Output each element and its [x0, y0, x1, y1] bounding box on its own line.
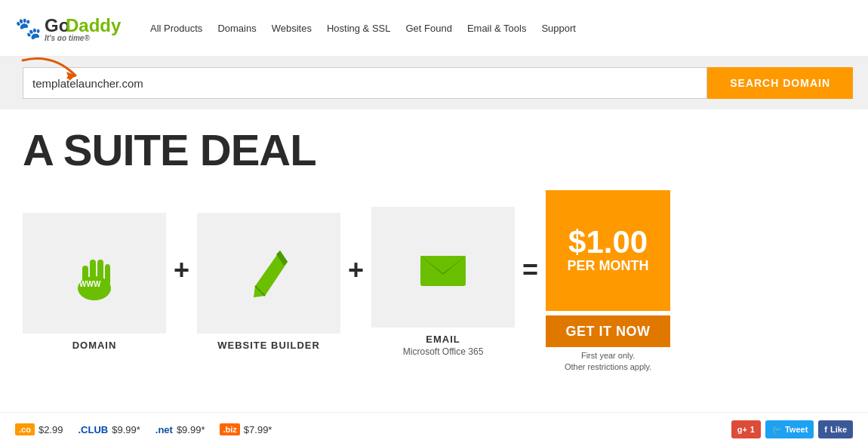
- google-plus-icon: g+: [737, 425, 747, 434]
- nav-get-found[interactable]: Get Found: [405, 23, 451, 34]
- domain-box: WWW: [23, 213, 166, 334]
- deal-item-email: EMAIL Microsoft Office 365: [371, 207, 515, 357]
- twitter-icon: 🐦: [771, 425, 782, 435]
- website-box: [197, 213, 340, 334]
- nav-email-tools[interactable]: Email & Tools: [467, 23, 527, 34]
- tweet-label: Tweet: [785, 425, 808, 434]
- search-bar-area: SEARCH DOMAIN: [0, 57, 868, 109]
- nav-websites[interactable]: Websites: [272, 23, 312, 34]
- website-label: WEBSITE BUILDER: [217, 340, 320, 351]
- plus-sign-2: +: [348, 254, 364, 286]
- svg-text:Daddy: Daddy: [66, 15, 122, 35]
- deal-row: WWW DOMAIN + WEBSITE BUILDER +: [23, 190, 845, 374]
- price-per: PER MONTH: [568, 258, 649, 275]
- tld-co: .co $2.99: [15, 423, 63, 435]
- arrow-decoration: [15, 49, 106, 94]
- header: 🐾 Go Daddy It's go time® All Products Do…: [0, 0, 868, 57]
- domain-search-input[interactable]: [23, 67, 707, 99]
- nav-support[interactable]: Support: [541, 23, 576, 34]
- facebook-label: Like: [830, 425, 847, 434]
- tld-net: .net $9.99*: [155, 424, 205, 435]
- plus-sign-1: +: [174, 254, 189, 286]
- main-content: A SUITE DEAL WWW DOMAIN +: [0, 109, 868, 381]
- domain-search-form: SEARCH DOMAIN: [23, 67, 853, 99]
- price-area: $1.00 PER MONTH GET IT NOW First year on…: [546, 190, 670, 374]
- social-buttons: g+ 1 🐦 Tweet f Like: [731, 420, 853, 438]
- domain-label: DOMAIN: [72, 340, 117, 351]
- price-note: First year only.Other restrictions apply…: [565, 350, 651, 374]
- tld-co-badge: .co: [15, 423, 35, 435]
- footer-bar: .co $2.99 .CLUB $9.99* .net $9.99* .biz …: [0, 412, 868, 446]
- deal-item-domain: WWW DOMAIN: [23, 213, 166, 351]
- price-amount: $1.00: [568, 226, 648, 258]
- svg-rect-8: [105, 264, 110, 285]
- nav-hosting-ssl[interactable]: Hosting & SSL: [327, 23, 391, 34]
- tld-biz-badge: .biz: [220, 423, 239, 435]
- tld-net-price: $9.99*: [177, 424, 205, 435]
- get-it-now-button[interactable]: GET IT NOW: [546, 315, 670, 347]
- svg-text:WWW: WWW: [79, 280, 101, 288]
- google-plus-button[interactable]: g+ 1: [731, 420, 761, 438]
- facebook-icon: f: [824, 425, 827, 434]
- tld-co-price: $2.99: [38, 424, 63, 435]
- tld-net-badge: .net: [155, 424, 173, 435]
- tweet-button[interactable]: 🐦 Tweet: [765, 420, 814, 438]
- facebook-like-button[interactable]: f Like: [818, 420, 853, 438]
- email-box: [371, 207, 515, 328]
- equals-sign: =: [522, 254, 538, 286]
- logo-icon: 🐾: [15, 16, 42, 41]
- svg-text:It's go time®: It's go time®: [45, 34, 90, 41]
- search-domain-button[interactable]: SEARCH DOMAIN: [707, 67, 853, 99]
- logo-text: Go Daddy It's go time®: [45, 11, 128, 45]
- deal-item-website: WEBSITE BUILDER: [197, 213, 340, 351]
- email-label: EMAIL: [426, 334, 460, 345]
- logo-brand: Go Daddy It's go time®: [45, 11, 128, 45]
- tld-club: .CLUB $9.99*: [78, 424, 140, 435]
- main-nav: All Products Domains Websites Hosting & …: [150, 23, 853, 34]
- tld-biz-price: $7.99*: [244, 424, 272, 435]
- email-sublabel: Microsoft Office 365: [403, 346, 484, 357]
- nav-all-products[interactable]: All Products: [150, 23, 202, 34]
- tld-club-badge: .CLUB: [78, 424, 108, 435]
- tld-biz: .biz $7.99*: [220, 423, 272, 435]
- price-box: $1.00 PER MONTH: [546, 190, 670, 311]
- google-plus-label: 1: [750, 425, 755, 434]
- suite-deal-title: A SUITE DEAL: [23, 125, 845, 175]
- tld-club-price: $9.99*: [112, 424, 140, 435]
- nav-domains[interactable]: Domains: [217, 23, 256, 34]
- logo: 🐾 Go Daddy It's go time®: [15, 11, 128, 45]
